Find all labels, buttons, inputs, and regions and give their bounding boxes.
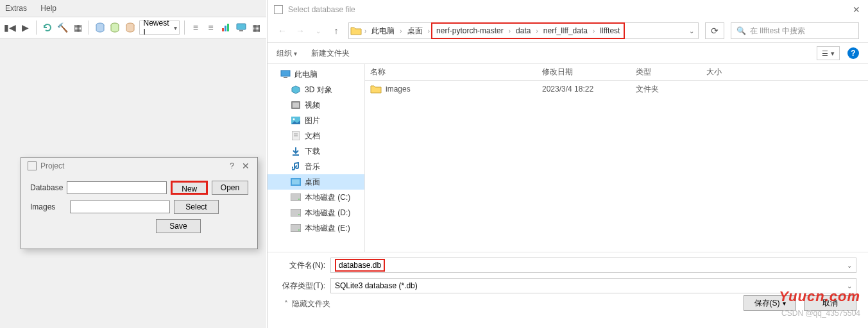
svg-rect-3: [222, 28, 224, 31]
toolbar-reload-icon[interactable]: [41, 20, 54, 35]
svg-rect-19: [292, 179, 300, 184]
filetype-select[interactable]: SQLite3 database (*.db) ⌄: [330, 278, 856, 293]
sidebar-item-label: 本地磁盘 (D:): [305, 208, 350, 218]
new-button[interactable]: New: [171, 181, 208, 195]
toolbar-align-left-icon[interactable]: ≡: [189, 20, 202, 35]
nav-recent-icon[interactable]: ⌄: [312, 28, 324, 35]
database-label: Database: [30, 183, 63, 192]
crumb-llff[interactable]: nerf_llff_data: [540, 24, 591, 38]
hide-folders-link[interactable]: ˄ 隐藏文件夹: [279, 299, 330, 309]
path-highlight: nerf-pytorch-master› data› nerf_llff_dat…: [431, 22, 625, 39]
sidebar-item-desk[interactable]: 桌面: [268, 174, 364, 190]
list-item[interactable]: images2023/3/4 18:22文件夹: [365, 81, 868, 97]
svg-point-25: [298, 229, 300, 231]
list-header: 名称 修改日期 类型 大小: [365, 64, 868, 81]
file-list: 名称 修改日期 类型 大小 images2023/3/4 18:22文件夹: [365, 64, 868, 252]
pic-icon: [291, 115, 301, 126]
nav-back-icon[interactable]: ←: [277, 26, 288, 36]
svg-rect-6: [237, 24, 246, 29]
sidebar-item-label: 3D 对象: [305, 85, 332, 95]
address-bar[interactable]: › 此电脑› 桌面› nerf-pytorch-master› data› ne…: [348, 22, 699, 39]
close-icon[interactable]: ✕: [853, 4, 860, 15]
disk-icon: [291, 223, 301, 233]
sidebar-item-label: 下载: [305, 146, 320, 157]
help-icon[interactable]: ?: [847, 47, 859, 59]
toolbar-settings-icon[interactable]: ▦: [250, 20, 262, 35]
search-placeholder: 在 llfftest 中搜索: [750, 26, 805, 37]
chevron-down-icon[interactable]: ⌄: [847, 262, 852, 269]
col-name[interactable]: 名称: [365, 64, 537, 80]
3d-icon: [291, 85, 301, 95]
sidebar-item-pic[interactable]: 图片: [268, 113, 364, 128]
sidebar-item-label: 文档: [305, 131, 320, 142]
chevron-down-icon[interactable]: ⌄: [689, 28, 694, 35]
search-icon: 🔍: [736, 26, 746, 35]
doc-icon: [291, 131, 301, 141]
nav-up-icon[interactable]: ↑: [330, 26, 342, 36]
sidebar-item-pc[interactable]: 此电脑: [268, 67, 364, 82]
toolbar-hammer-icon[interactable]: 🔨: [56, 20, 69, 35]
toolbar-db1-icon[interactable]: [94, 20, 106, 35]
select-button[interactable]: Select: [174, 200, 219, 214]
sidebar-item-dl[interactable]: 下载: [268, 144, 364, 159]
open-button[interactable]: Open: [212, 181, 248, 195]
menu-help[interactable]: Help: [40, 4, 56, 13]
refresh-button[interactable]: ⟳: [705, 22, 724, 39]
crumb-nerf[interactable]: nerf-pytorch-master: [432, 24, 507, 38]
col-size[interactable]: 大小: [701, 64, 759, 80]
sidebar-item-label: 视频: [305, 100, 320, 111]
sidebar-item-label: 图片: [305, 115, 320, 126]
dl-icon: [291, 146, 301, 156]
sidebar-item-disk[interactable]: 本地磁盘 (C:): [268, 190, 364, 205]
sidebar-item-doc[interactable]: 文档: [268, 128, 364, 144]
save-button[interactable]: Save: [156, 219, 201, 233]
crumb-pc[interactable]: 此电脑: [368, 23, 398, 38]
col-date[interactable]: 修改日期: [537, 64, 631, 80]
toolbar-play-icon[interactable]: ▶: [19, 20, 32, 35]
sidebar-item-disk[interactable]: 本地磁盘 (E:): [268, 220, 364, 236]
crumb-desktop[interactable]: 桌面: [404, 23, 427, 38]
menu-extras[interactable]: Extras: [5, 4, 27, 13]
toolbar-db2-icon[interactable]: [108, 20, 121, 35]
help-icon[interactable]: ?: [230, 161, 234, 170]
sidebar-item-disk[interactable]: 本地磁盘 (D:): [268, 205, 364, 220]
search-input[interactable]: 🔍 在 llfftest 中搜索: [731, 22, 859, 39]
filetype-label: 保存类型(T):: [279, 281, 325, 291]
crumb-data[interactable]: data: [512, 24, 534, 38]
col-type[interactable]: 类型: [631, 64, 701, 80]
database-input[interactable]: [67, 181, 167, 194]
toolbar-db3-icon[interactable]: [124, 20, 137, 35]
video-icon: [291, 100, 301, 110]
close-icon[interactable]: ✕: [242, 161, 250, 171]
svg-rect-4: [225, 26, 226, 31]
filename-input[interactable]: database.db ⌄: [330, 258, 856, 273]
sidebar-item-music[interactable]: 音乐: [268, 159, 364, 174]
crumb-llfftest[interactable]: llfftest: [596, 24, 624, 38]
organize-menu[interactable]: 组织: [277, 48, 297, 59]
file-dialog: Select database file ✕ ← → ⌄ ↑ › 此电脑› 桌面…: [267, 0, 868, 328]
toolbar-filter-select[interactable]: Newest I: [139, 20, 180, 35]
svg-point-23: [298, 214, 300, 215]
toolbar-bars-icon[interactable]: [219, 20, 232, 35]
view-mode-button[interactable]: ☰ ▾: [817, 46, 840, 60]
toolbar-step-back-icon[interactable]: ▮◀: [4, 20, 17, 35]
images-input[interactable]: [70, 201, 170, 213]
project-dialog-titlebar: Project ? ✕: [21, 158, 257, 174]
new-folder-button[interactable]: 新建文件夹: [311, 48, 350, 59]
svg-rect-8: [281, 70, 290, 76]
music-icon: [291, 161, 301, 172]
filename-highlight: database.db: [335, 259, 385, 272]
sidebar-item-video[interactable]: 视频: [268, 97, 364, 113]
svg-rect-11: [293, 102, 299, 108]
desk-icon: [291, 177, 301, 187]
svg-point-21: [298, 199, 300, 200]
toolbar-align-right-icon[interactable]: ≡: [205, 20, 217, 35]
toolbar-grid-icon[interactable]: ▦: [71, 20, 84, 35]
project-title: Project: [40, 161, 64, 170]
images-label: Images: [30, 202, 66, 211]
filename-label: 文件名(N):: [279, 260, 325, 271]
sidebar-item-3d[interactable]: 3D 对象: [268, 82, 364, 97]
window-icon: [274, 5, 283, 14]
project-dialog: Project ? ✕ Database New Open Images Sel…: [21, 157, 258, 249]
toolbar-monitor-icon[interactable]: [235, 20, 248, 35]
